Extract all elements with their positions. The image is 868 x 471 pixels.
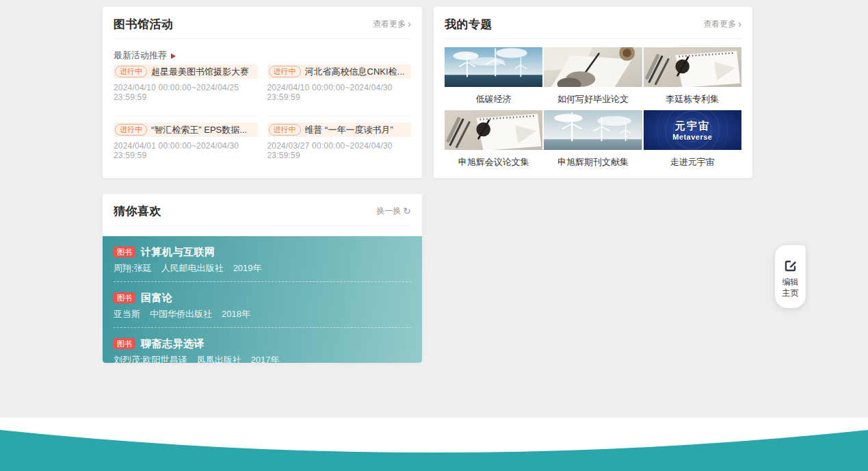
header-divider	[445, 38, 741, 39]
edit-homepage-button[interactable]: 编辑 主页	[775, 245, 806, 308]
refresh-label: 换一换	[376, 205, 401, 217]
topic-item[interactable]: 元宇宙 Metaverse 走进元宇宙	[644, 110, 741, 173]
book-item[interactable]: 图书 国富论 亚当斯中国华侨出版社2018年	[114, 282, 411, 328]
topic-item[interactable]: 低碳经济	[445, 47, 542, 110]
topic-item[interactable]: 申旭辉期刊文献集	[544, 110, 642, 173]
status-badge: 进行中	[269, 124, 301, 136]
book-authors: 周翔;张廷	[114, 263, 152, 273]
book-type-badge: 图书	[114, 338, 135, 349]
book-meta: 刘烈茂;欧阳世昌译凤凰出版社2017年	[114, 354, 411, 363]
book-publisher: 中国华侨出版社	[150, 309, 212, 319]
activity-title: 河北省高校信息CNKI检...	[305, 66, 405, 78]
activity-title: 维普 “一年一度读书月”	[305, 124, 393, 136]
my-topics-header: 我的专题 查看更多 ›	[434, 7, 752, 38]
edit-icon	[784, 259, 798, 272]
activity-date: 2024/04/10 00:00:00~2024/04/30 23:59:59	[267, 83, 412, 102]
topic-label: 李廷栋专利集	[644, 87, 741, 110]
topic-thumbnail-wind-turbines	[445, 47, 542, 87]
library-activities-title: 图书馆活动	[114, 16, 174, 32]
footer-wave	[0, 418, 868, 471]
status-badge: 进行中	[269, 66, 301, 77]
book-type-badge: 图书	[114, 246, 135, 257]
activity-grid: 进行中 超星最美图书馆摄影大赛 2024/04/10 00:00:00~2024…	[114, 64, 411, 160]
topic-item[interactable]: 李廷栋专利集	[644, 47, 741, 110]
activity-item[interactable]: 进行中 维普 “一年一度读书月” 2024/03/27 00:00:00~202…	[267, 116, 412, 160]
book-year: 2019年	[233, 263, 262, 273]
recommended-books-panel: 图书 计算机与互联网 周翔;张廷人民邮电出版社2019年 图书 国富论 亚当斯中…	[103, 236, 422, 363]
book-type-badge: 图书	[114, 292, 135, 303]
metaverse-title: 元宇宙	[675, 120, 710, 133]
book-authors: 亚当斯	[114, 309, 140, 319]
library-activities-more-link[interactable]: 查看更多 ›	[373, 18, 411, 30]
book-meta: 周翔;张廷人民邮电出版社2019年	[114, 262, 411, 275]
topic-item[interactable]: 申旭辉会议论文集	[445, 110, 542, 173]
library-activities-card: 图书馆活动 查看更多 › 最新活动推荐 进行中 超星最美图书馆摄影大赛 2024…	[103, 7, 422, 178]
topic-label: 低碳经济	[445, 87, 542, 110]
chevron-right-icon: ›	[738, 20, 741, 28]
header-divider	[114, 225, 411, 226]
activity-item[interactable]: 进行中 河北省高校信息CNKI检... 2024/04/10 00:00:00~…	[267, 64, 412, 116]
more-label: 查看更多	[373, 18, 406, 30]
header-divider	[114, 38, 411, 39]
book-title: 计算机与互联网	[141, 246, 215, 259]
book-meta: 亚当斯中国华侨出版社2018年	[114, 308, 411, 320]
latest-activities-label: 最新活动推荐	[114, 49, 167, 62]
topic-thumbnail-writing-hand	[544, 47, 642, 87]
topic-label: 申旭辉会议论文集	[445, 150, 542, 173]
book-authors: 刘烈茂;欧阳世昌译	[114, 355, 187, 363]
activity-date: 2024/04/01 00:00:00~2024/04/30 23:59:59	[114, 141, 258, 160]
activity-title: 超星最美图书馆摄影大赛	[151, 66, 249, 78]
my-topics-card: 我的专题 查看更多 › 低碳经济 如何写好毕业论文 李廷栋专利集 申旭辉会议论文…	[434, 7, 752, 178]
status-badge: 进行中	[115, 124, 147, 136]
topic-label: 如何写好毕业论文	[544, 87, 642, 110]
status-badge: 进行中	[115, 66, 147, 77]
my-topics-title: 我的专题	[445, 16, 492, 32]
my-topics-more-link[interactable]: 查看更多 ›	[703, 18, 741, 30]
library-activities-header: 图书馆活动 查看更多 ›	[103, 7, 422, 38]
book-year: 2017年	[251, 355, 280, 363]
book-title: 国富论	[141, 292, 173, 305]
topic-label: 申旭辉期刊文献集	[544, 150, 642, 173]
book-publisher: 人民邮电出版社	[161, 263, 224, 273]
guess-you-like-header: 猜你喜欢 换一换 ↻	[103, 194, 422, 225]
activity-date: 2024/03/27 00:00:00~2024/04/30 23:59:59	[267, 141, 412, 160]
play-icon	[171, 53, 176, 59]
refresh-icon: ↻	[403, 207, 411, 215]
topic-item[interactable]: 如何写好毕业论文	[544, 47, 642, 110]
refresh-link[interactable]: 换一换 ↻	[376, 205, 411, 217]
activity-date: 2024/04/10 00:00:00~2024/04/25 23:59:59	[114, 83, 258, 102]
metaverse-subtitle: Metaverse	[672, 133, 712, 141]
activity-title: “智汇检索王” EPS数据...	[151, 124, 247, 136]
activity-item[interactable]: 进行中 “智汇检索王” EPS数据... 2024/04/01 00:00:00…	[114, 116, 258, 160]
topic-thumbnail-notebook-pens	[644, 47, 741, 87]
book-publisher: 凤凰出版社	[197, 355, 241, 363]
guess-you-like-card: 猜你喜欢 换一换 ↻ 图书 计算机与互联网 周翔;张廷人民邮电出版社2019年 …	[103, 194, 422, 363]
book-title: 聊斋志异选译	[141, 338, 205, 351]
topic-thumbnail-metaverse: 元宇宙 Metaverse	[644, 110, 741, 150]
metaverse-banner-text: 元宇宙 Metaverse	[644, 110, 741, 150]
book-year: 2018年	[222, 309, 250, 319]
topics-grid: 低碳经济 如何写好毕业论文 李廷栋专利集 申旭辉会议论文集 申旭辉期刊文献集 元…	[445, 47, 741, 173]
book-item[interactable]: 图书 计算机与互联网 周翔;张廷人民邮电出版社2019年	[114, 236, 411, 282]
chevron-right-icon: ›	[408, 20, 411, 28]
book-item[interactable]: 图书 聊斋志异选译 刘烈茂;欧阳世昌译凤凰出版社2017年	[114, 328, 411, 363]
topic-label: 走进元宇宙	[644, 150, 741, 173]
topic-thumbnail-notebook-pens	[445, 110, 542, 150]
edit-homepage-label: 编辑 主页	[782, 277, 799, 298]
more-label: 查看更多	[703, 18, 736, 30]
guess-you-like-title: 猜你喜欢	[114, 203, 161, 219]
topic-thumbnail-wind-turbines-light	[544, 110, 642, 150]
activity-item[interactable]: 进行中 超星最美图书馆摄影大赛 2024/04/10 00:00:00~2024…	[114, 64, 258, 116]
latest-activities-row: 最新活动推荐	[114, 49, 411, 62]
